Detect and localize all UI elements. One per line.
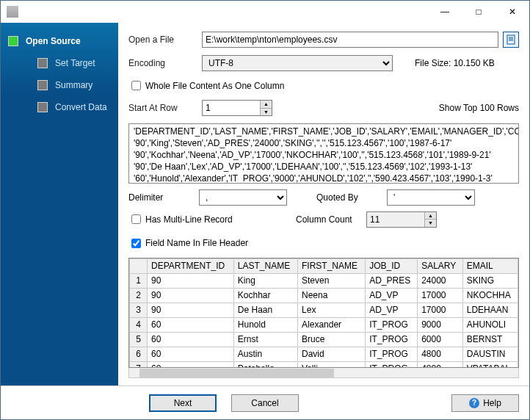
svg-rect-0 [507,35,515,44]
table-cell[interactable]: Austin [233,347,297,361]
minimize-button[interactable]: — [428,1,462,23]
column-count-label: Column Count [296,214,357,225]
table-cell[interactable]: 24000 [418,273,463,288]
table-cell[interactable]: 60 [148,332,234,347]
browse-file-button[interactable] [503,32,519,48]
encoding-select[interactable]: UTF-8 [202,55,393,71]
table-cell[interactable]: IT_PROG [366,361,418,368]
table-cell[interactable]: NKOCHHA [462,288,518,303]
table-cell[interactable]: 90 [148,303,234,317]
table-cell[interactable]: AD_VP [366,303,418,317]
table-cell[interactable]: 60 [148,347,234,361]
content-pane: Open a File Encoding UTF-8 File Size: 10… [118,23,529,385]
table-cell[interactable]: Lex [298,303,366,317]
app-icon [7,6,18,18]
table-cell[interactable]: De Haan [233,303,297,317]
row-number-header [130,258,148,273]
table-cell[interactable]: AHUNOLI [462,317,518,332]
sidebar-step-set-target[interactable]: Set Target [8,52,118,74]
row-number-cell: 3 [130,303,148,317]
table-cell[interactable]: AD_VP [366,288,418,303]
raw-preview-box[interactable]: 'DEPARTMENT_ID','LAST_NAME','FIRST_NAME'… [128,123,519,184]
whole-file-checkbox[interactable] [131,81,141,90]
footer-bar: Next Cancel ? Help [1,385,529,419]
colcount-spin-down[interactable]: ▼ [424,220,436,227]
spin-up-button[interactable]: ▲ [260,101,272,109]
table-cell[interactable]: IT_PROG [366,317,418,332]
table-cell[interactable]: Valli [298,361,366,368]
table-cell[interactable]: 17000 [418,288,463,303]
table-cell[interactable]: 6000 [418,332,463,347]
column-header[interactable]: SALARY [418,258,463,273]
preview-line: '60','Hunold','Alexander','IT_PROG','900… [134,173,514,184]
table-cell[interactable]: 90 [148,273,234,288]
table-cell[interactable]: IT_PROG [366,332,418,347]
spin-down-button[interactable]: ▼ [260,109,272,116]
table-cell[interactable]: 4800 [418,361,463,368]
maximize-button[interactable]: □ [462,1,495,23]
table-cell[interactable]: 9000 [418,317,463,332]
table-cell[interactable]: Alexander [298,317,366,332]
table-cell[interactable]: DAUSTIN [462,347,518,361]
field-name-header-checkbox[interactable] [131,239,141,248]
delimiter-label: Delimiter [128,192,190,203]
colcount-spin-up[interactable]: ▲ [424,212,436,220]
sidebar-step-convert-data[interactable]: Convert Data [8,96,118,118]
table-cell[interactable]: Ernst [233,332,297,347]
table-cell[interactable]: 60 [148,361,234,368]
next-button[interactable]: Next [149,394,217,412]
help-button[interactable]: ? Help [451,394,519,412]
table-cell[interactable]: 4800 [418,347,463,361]
show-top-rows-label: Show Top 100 Rows [439,103,519,113]
table-cell[interactable]: 60 [148,317,234,332]
wizard-window: — □ ✕ Open SourceSet TargetSummaryConver… [0,0,530,420]
grid-horizontal-scrollbar[interactable] [128,368,519,378]
sidebar-step-open-source[interactable]: Open Source [8,30,118,52]
table-cell[interactable]: Bruce [298,332,366,347]
table-row[interactable]: 390De HaanLexAD_VP17000LDEHAAN [130,303,518,317]
table-row[interactable]: 660AustinDavidIT_PROG4800DAUSTIN [130,347,518,361]
row-number-cell: 4 [130,317,148,332]
row-number-cell: 2 [130,288,148,303]
table-cell[interactable]: Neena [298,288,366,303]
table-row[interactable]: 190KingStevenAD_PRES24000SKING [130,273,518,288]
column-header[interactable]: JOB_ID [366,258,418,273]
table-row[interactable]: 760PataballaValliIT_PROG4800VPATABAL [130,361,518,368]
sidebar-step-label: Open Source [26,36,81,46]
table-cell[interactable]: Steven [298,273,366,288]
table-cell[interactable]: Kochhar [233,288,297,303]
column-header[interactable]: DEPARTMENT_ID [148,258,234,273]
delimiter-select[interactable]: , [199,189,287,206]
table-cell[interactable]: VPATABAL [462,361,518,368]
table-row[interactable]: 290KochharNeenaAD_VP17000NKOCHHA [130,288,518,303]
data-grid[interactable]: DEPARTMENT_IDLAST_NAMEFIRST_NAMEJOB_IDSA… [128,258,519,368]
quoted-by-select[interactable]: ' [387,189,475,206]
table-cell[interactable]: David [298,347,366,361]
step-status-box [37,102,48,112]
title-bar: — □ ✕ [1,1,529,23]
table-cell[interactable]: Hunold [233,317,297,332]
table-cell[interactable]: AD_PRES [366,273,418,288]
table-cell[interactable]: BERNST [462,332,518,347]
table-row[interactable]: 460HunoldAlexanderIT_PROG9000AHUNOLI [130,317,518,332]
table-cell[interactable]: 17000 [418,303,463,317]
table-cell[interactable]: 90 [148,288,234,303]
step-status-box [37,80,48,90]
table-row[interactable]: 560ErnstBruceIT_PROG6000BERNST [130,332,518,347]
table-cell[interactable]: LDEHAAN [462,303,518,317]
table-cell[interactable]: King [233,273,297,288]
column-header[interactable]: EMAIL [462,258,518,273]
column-header[interactable]: FIRST_NAME [298,258,366,273]
table-cell[interactable]: SKING [462,273,518,288]
sidebar-step-summary[interactable]: Summary [8,74,118,96]
cancel-button[interactable]: Cancel [231,394,299,412]
step-status-box [8,36,18,46]
preview-line: '90','Kochhar','Neena','AD_VP','17000','… [134,149,514,161]
multiline-checkbox[interactable] [131,214,141,224]
column-header[interactable]: LAST_NAME [233,258,297,273]
table-cell[interactable]: Pataballa [233,361,297,368]
sidebar-step-label: Convert Data [55,102,107,112]
close-button[interactable]: ✕ [495,1,529,23]
file-path-input[interactable] [202,32,498,48]
table-cell[interactable]: IT_PROG [366,347,418,361]
